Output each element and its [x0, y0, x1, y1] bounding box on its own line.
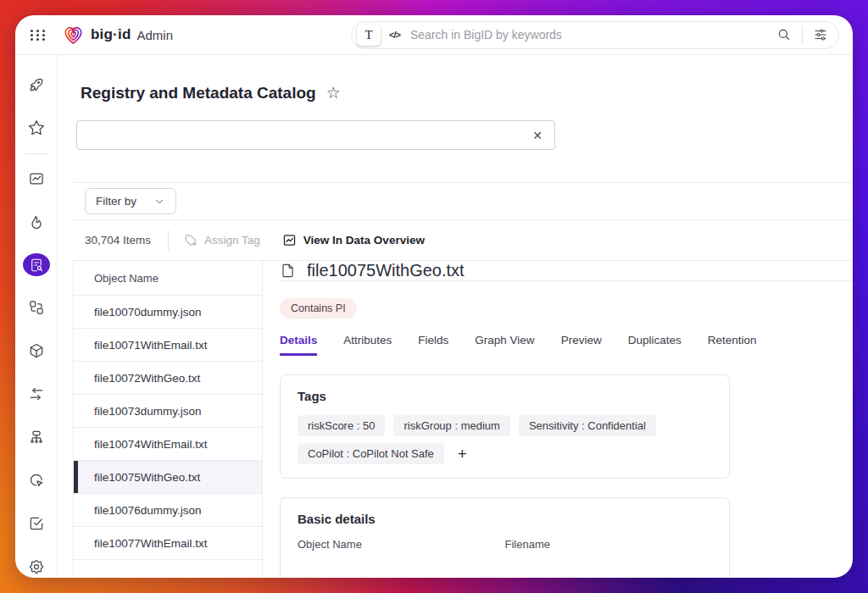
- sidebar-item-classification[interactable]: [23, 296, 50, 319]
- tab-fields[interactable]: Fields: [418, 334, 448, 356]
- tab-preview[interactable]: Preview: [561, 334, 602, 356]
- sidebar-item-action-center[interactable]: [23, 512, 50, 535]
- brand-name: big·id: [91, 26, 131, 43]
- flame-icon: [28, 213, 45, 230]
- basic-detail-label: Object Name: [298, 538, 505, 551]
- sidebar-item-data-sources[interactable]: [23, 340, 50, 363]
- cube-icon: [28, 342, 45, 359]
- tag-pill[interactable]: riskGroup : medium: [393, 415, 509, 436]
- file-icon: [280, 263, 296, 279]
- catalog-search-input[interactable]: [89, 129, 532, 142]
- tag-plus-icon: [184, 233, 198, 247]
- advanced-filters-icon[interactable]: [813, 27, 828, 42]
- items-count: 30,704 Items: [85, 234, 151, 247]
- page-title: Registry and Metadata Catalog: [81, 84, 316, 103]
- list-item[interactable]: file10073dummy.json: [74, 395, 262, 428]
- list-item[interactable]: file10071WithEmail.txt: [74, 329, 262, 362]
- assign-tag-label: Assign Tag: [204, 234, 260, 247]
- sidebar-item-favorites[interactable]: [23, 117, 50, 140]
- basic-details-card: Basic details Object Name Filename: [280, 497, 730, 578]
- catalog-search-box[interactable]: ✕: [76, 120, 555, 150]
- swap-arrows-icon: [28, 385, 45, 402]
- sidebar-item-overview[interactable]: [23, 168, 50, 191]
- tab-details[interactable]: Details: [280, 334, 317, 356]
- sidebar-divider: [25, 153, 47, 154]
- object-detail: file10075WithGeo.txt Contains PI Details…: [263, 261, 853, 578]
- detail-header: file10075WithGeo.txt: [280, 261, 853, 281]
- main-content: Registry and Metadata Catalog ☆ ✕ Filter…: [58, 55, 853, 578]
- list-item[interactable]: file10076dummy.json: [74, 494, 262, 527]
- global-search-bar[interactable]: T </> Search in BigID by keywords: [351, 21, 839, 49]
- bigid-logo[interactable]: big·id Admin: [62, 24, 173, 47]
- chevron-down-icon: [153, 196, 165, 208]
- gear-icon: [28, 558, 45, 575]
- list-item[interactable]: file10074WithEmail.txt: [74, 428, 262, 461]
- filter-by-label: Filter by: [96, 195, 136, 208]
- query-search-toggle[interactable]: </>: [389, 30, 400, 40]
- sidebar-item-settings[interactable]: [23, 555, 50, 578]
- tag-pill[interactable]: CoPilot : CoPilot Not Safe: [298, 443, 444, 464]
- sidebar-item-data-flows[interactable]: [23, 383, 50, 406]
- view-overview-label: View In Data Overview: [303, 234, 425, 247]
- filter-by-button[interactable]: Filter by: [85, 188, 176, 214]
- tags-card-title: Tags: [298, 389, 712, 403]
- list-item-partial[interactable]: [74, 560, 262, 578]
- object-list: Object Name file10070dummy.json file1007…: [73, 261, 263, 578]
- data-overview-icon: [282, 233, 297, 247]
- tab-duplicates[interactable]: Duplicates: [628, 334, 682, 356]
- catalog-panel: Filter by 30,704 Items Assign: [73, 182, 853, 578]
- apps-grid-icon[interactable]: [31, 30, 47, 41]
- list-item-selected[interactable]: file10075WithGeo.txt: [74, 461, 262, 494]
- results-toolbar: 30,704 Items Assign Tag View In Dat: [73, 220, 853, 261]
- global-search-placeholder[interactable]: Search in BigID by keywords: [410, 28, 776, 42]
- checkbox-icon: [28, 515, 45, 532]
- tab-graph-view[interactable]: Graph View: [475, 334, 534, 356]
- detail-tabs: Details Attributes Fields Graph View Pre…: [280, 334, 853, 356]
- image-chart-icon: [28, 170, 45, 187]
- favorite-star-icon[interactable]: ☆: [326, 83, 341, 103]
- app-window: big·id Admin T </> Search in BigID by ke…: [15, 15, 853, 578]
- sidebar-item-access-intelligence[interactable]: [23, 426, 50, 449]
- rocket-icon: [28, 76, 45, 93]
- sidebar-item-getting-started[interactable]: [23, 74, 50, 97]
- detail-file-name: file10075WithGeo.txt: [307, 261, 465, 280]
- list-item[interactable]: file10070dummy.json: [74, 296, 262, 329]
- clear-search-icon[interactable]: ✕: [532, 129, 542, 142]
- nav-sidebar: [15, 55, 58, 578]
- search-divider: [802, 26, 803, 43]
- sidebar-item-catalog[interactable]: [23, 253, 50, 276]
- list-item[interactable]: file10077WithEmail.txt: [74, 527, 262, 560]
- tag-pill[interactable]: riskScore : 50: [298, 415, 385, 436]
- toolbar-divider: [168, 230, 169, 251]
- search-icon[interactable]: [776, 27, 792, 42]
- contains-pi-badge: Contains PI: [280, 298, 357, 319]
- text-search-toggle[interactable]: T: [357, 25, 381, 46]
- list-item[interactable]: file10072WithGeo.txt: [74, 362, 262, 395]
- top-bar: big·id Admin T </> Search in BigID by ke…: [15, 15, 853, 55]
- transform-icon: [28, 299, 45, 316]
- add-tag-button[interactable]: +: [458, 446, 467, 462]
- bigid-logo-icon: [62, 24, 85, 47]
- object-list-header: Object Name: [74, 261, 262, 296]
- tags-card: Tags riskScore : 50 riskGroup : medium S…: [280, 374, 730, 479]
- tag-pill[interactable]: Sensitivity : Confidential: [519, 415, 656, 436]
- sidebar-item-policies[interactable]: [23, 468, 50, 491]
- hierarchy-icon: [28, 429, 45, 446]
- catalog-search-icon: [29, 258, 44, 273]
- policy-pointer-icon: [28, 472, 45, 489]
- basic-details-title: Basic details: [298, 512, 712, 526]
- tab-attributes[interactable]: Attributes: [343, 334, 392, 356]
- filter-row: Filter by: [73, 183, 853, 220]
- basic-detail-label: Filename: [505, 538, 713, 551]
- star-icon: [28, 119, 45, 136]
- sidebar-item-hotspots[interactable]: [23, 210, 50, 233]
- view-in-data-overview-button[interactable]: View In Data Overview: [282, 233, 425, 247]
- product-name: Admin: [136, 28, 173, 42]
- assign-tag-button[interactable]: Assign Tag: [184, 233, 260, 247]
- tab-retention[interactable]: Retention: [708, 334, 757, 356]
